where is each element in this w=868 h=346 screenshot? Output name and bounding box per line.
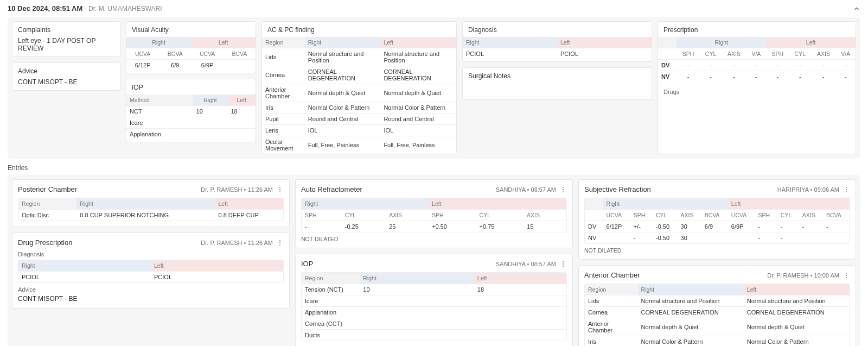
svg-point-18 — [846, 272, 847, 273]
prescription-card: Prescription RightLeft SPHCYLAXISV/ASPHC… — [658, 21, 856, 154]
svg-point-5 — [279, 244, 280, 246]
table-row: DV6/12P+/--0.50306/96/9P---- — [585, 221, 850, 232]
advice-card: Advice CONT MISOPT - BE — [12, 62, 120, 91]
advice-label: Advice — [18, 286, 284, 293]
table-row: Applanation — [126, 129, 256, 140]
iop-card: IOP MethodRightLeft NCT1018IcareApplanat… — [126, 79, 256, 142]
complaints-text: Left eye - 1 DAY POST OP REVIEW — [18, 37, 114, 52]
card-title: Advice — [18, 67, 114, 75]
anterior-chamber-entry: Anterior Chamber Dr. P. RAMESH • 10:00 A… — [578, 265, 856, 346]
svg-point-3 — [279, 240, 280, 241]
iop-rows: NCT1018IcareApplanation — [126, 106, 256, 140]
svg-point-9 — [563, 261, 564, 262]
table-row: LidsNormal structure and PositionNormal … — [585, 295, 850, 307]
more-icon[interactable] — [559, 186, 567, 193]
svg-point-10 — [563, 263, 564, 265]
card-title: Surgical Notes — [468, 72, 646, 80]
svg-point-15 — [846, 186, 847, 187]
iop2-rows: Tension (NCT)1018IcareApplanationCornea … — [302, 284, 566, 341]
entry-title: Subjective Refraction — [584, 185, 651, 193]
table-row: LensIOLIOL — [262, 125, 456, 136]
entry-meta: Dr. P. RAMESH • 11:26 AM — [201, 240, 273, 246]
svg-point-6 — [563, 186, 564, 187]
header-datetime: 10 Dec 2024, 08:51 AM — [8, 4, 82, 12]
summary-section: Complaints Left eye - 1 DAY POST OP REVI… — [8, 17, 860, 159]
drugs-label: Drugs — [658, 85, 856, 95]
auto-refractometer-entry: Auto Refractometer SANDHIYA • 08:57 AM R… — [295, 179, 573, 248]
chevron-up-icon[interactable] — [853, 5, 860, 12]
table-row: Applanation — [302, 307, 566, 318]
complaints-card: Complaints Left eye - 1 DAY POST OP REVI… — [12, 21, 120, 57]
svg-point-17 — [846, 191, 847, 192]
table-row: Ocular MovementFull, Free, PainlessFull,… — [262, 136, 456, 154]
table-row: Ducts — [302, 330, 566, 341]
table-row: CorneaCORNEAL DEGENERATIONCORNEAL DEGENE… — [262, 66, 456, 84]
entry-meta: HARIPRIYA • 09:06 AM — [777, 186, 839, 193]
iop-entry: IOP SANDHIYA • 08:57 AM RegionRightLeft … — [295, 254, 573, 346]
table-row: NV-------- — [658, 71, 856, 83]
entry-meta: Dr. P. RAMESH • 11:26 AM — [201, 186, 273, 193]
sref-rows: DV6/12P+/--0.50306/96/9P----NV--0.5030-- — [585, 221, 850, 244]
table-row: Anterior ChamberNormal depth & QuietNorm… — [585, 318, 850, 336]
header-doctor: Dr. M. UMAMAHESWARI — [88, 5, 162, 12]
table-row: Icare — [302, 295, 566, 307]
ac2-rows: LidsNormal structure and PositionNormal … — [585, 295, 850, 347]
advice-text: CONT MISOPT - BE — [18, 78, 114, 86]
table-row: PupilRound and CentralRound and Central — [262, 114, 456, 125]
card-title: Diagnosis — [463, 26, 652, 34]
advice-value: CONT MISOPT - BE — [18, 295, 284, 303]
table-row: LidsNormal structure and PositionNormal … — [262, 48, 456, 66]
table-row: Tension (NCT)1018 — [302, 284, 566, 295]
svg-point-2 — [279, 191, 280, 192]
table-row: --0.2525+0.50+0.7515 — [302, 221, 566, 232]
svg-point-19 — [846, 275, 847, 276]
prescription-rows: DV--------NV-------- — [658, 60, 856, 83]
table-row: NCT1018 — [126, 106, 256, 117]
svg-point-20 — [846, 277, 847, 278]
acpc-rows: LidsNormal structure and PositionNormal … — [262, 48, 456, 154]
table-row: IrisNormal Color & PatternNormal Color &… — [262, 102, 456, 114]
more-icon[interactable] — [276, 239, 284, 247]
entry-title: Drug Prescription — [18, 238, 72, 247]
entries-label: Entries — [8, 164, 860, 172]
svg-point-16 — [846, 189, 847, 190]
table-row: NV--0.5030-- — [585, 232, 850, 244]
svg-point-7 — [563, 189, 564, 190]
more-icon[interactable] — [843, 272, 850, 279]
card-title: Prescription — [658, 26, 856, 34]
more-icon[interactable] — [559, 260, 567, 268]
subjective-refraction-entry: Subjective Refraction HARIPRIYA • 09:06 … — [578, 179, 856, 260]
entries-section: Posterior Chamber Dr. P. RAMESH • 11:26 … — [8, 175, 860, 346]
table-row: CorneaCORNEAL DEGENERATIONCORNEAL DEGENE… — [585, 307, 850, 318]
visual-acuity-card: Visual Acuity RightLeft UCVABCVAUCVABCVA… — [126, 21, 256, 73]
svg-point-4 — [279, 242, 280, 243]
acpc-card: AC & PC finding RegionRightLeft LidsNorm… — [261, 21, 457, 154]
entry-title: Anterior Chamber — [584, 271, 640, 279]
page-header: 10 Dec 2024, 08:51 AM - Dr. M. UMAMAHESW… — [8, 4, 860, 12]
entry-meta: SANDHIYA • 08:57 AM — [496, 186, 556, 193]
table-row: PCIOLPCIOL — [463, 48, 652, 60]
table-row: 6/12P6/96/9P — [126, 60, 256, 71]
table-row: Optic Disc0.8 CUP SUPERIOR NOTCHING0.8 D… — [18, 210, 283, 221]
svg-point-11 — [563, 266, 564, 267]
card-title: IOP — [126, 84, 256, 91]
diagnosis-card: Diagnosis RightLeft PCIOLPCIOL — [462, 21, 652, 62]
card-title: Complaints — [18, 26, 114, 34]
table-row: Icare — [126, 117, 256, 129]
table-row: Anterior ChamberNormal depth & QuietNorm… — [262, 84, 456, 102]
table-row: Cornea (CCT) — [302, 318, 566, 330]
card-title: AC & PC finding — [262, 26, 456, 34]
svg-point-8 — [563, 191, 564, 192]
svg-point-1 — [279, 189, 280, 190]
entry-title: IOP — [301, 260, 313, 268]
entry-title: Auto Refractometer — [301, 185, 362, 193]
table-row: PCIOLPCIOL — [18, 272, 283, 283]
svg-point-0 — [279, 186, 280, 187]
posterior-chamber-entry: Posterior Chamber Dr. P. RAMESH • 11:26 … — [12, 179, 290, 227]
more-icon[interactable] — [276, 186, 284, 193]
more-icon[interactable] — [843, 186, 850, 193]
table-row: IrisNormal Color & PatternNormal Color &… — [585, 336, 850, 347]
card-title: Visual Acuity — [126, 26, 256, 34]
note: NOT DILATED — [301, 236, 567, 242]
entry-meta: SANDHIYA • 08:57 AM — [496, 261, 556, 267]
